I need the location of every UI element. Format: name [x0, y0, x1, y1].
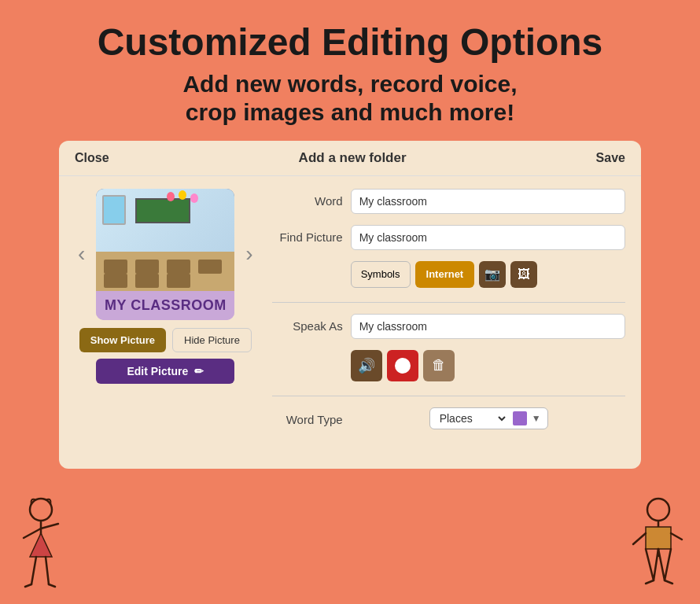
next-arrow-button[interactable]: › [242, 241, 256, 267]
word-input[interactable] [351, 189, 625, 214]
dialog-box: Close Add a new folder Save ‹ [59, 141, 641, 469]
desk-5 [104, 274, 127, 288]
image-panel: ‹ [75, 189, 256, 440]
speak-buttons-row: 🔊 🗑 [351, 350, 625, 381]
desk-3 [167, 260, 190, 274]
desk-1 [104, 260, 127, 274]
image-card-photo [96, 189, 234, 291]
delete-speak-button[interactable]: 🗑 [423, 350, 455, 381]
pencil-icon: ✏ [194, 365, 204, 378]
image-card-label: MY CLASSROOM [96, 291, 234, 320]
word-type-color-swatch [513, 411, 527, 425]
nav-arrows: ‹ [75, 189, 256, 320]
desk-7 [167, 274, 190, 288]
record-speak-button[interactable] [387, 350, 418, 381]
speak-as-row: Speak As [272, 314, 625, 339]
word-type-row: Word Type Places Actions Describing Peop… [272, 407, 625, 429]
picture-type-buttons: Symbols Internet 📷 🖼 [351, 261, 625, 288]
hide-picture-button[interactable]: Hide Picture [172, 328, 252, 352]
symbols-button[interactable]: Symbols [351, 261, 411, 288]
picture-buttons: Show Picture Hide Picture [79, 328, 252, 352]
dialog-body: ‹ [59, 176, 641, 453]
divider-1 [272, 302, 625, 303]
prev-arrow-button[interactable]: ‹ [75, 241, 88, 267]
figure-left [8, 494, 75, 604]
trash-icon: 🗑 [432, 357, 446, 374]
find-picture-input[interactable] [351, 225, 625, 250]
image-icon: 🖼 [518, 267, 530, 282]
find-picture-label: Find Picture [272, 225, 343, 244]
chevron-down-icon: ▼ [532, 413, 541, 424]
speak-as-input[interactable] [351, 314, 625, 339]
show-picture-button[interactable]: Show Picture [79, 328, 166, 352]
word-type-select-container: Places Actions Describing People Things … [429, 407, 548, 429]
save-button[interactable]: Save [596, 151, 625, 165]
divider-2 [272, 396, 625, 396]
page-container: Customized Editing Options Add new words… [0, 0, 700, 604]
find-picture-row: Find Picture [272, 225, 625, 250]
play-speak-button[interactable]: 🔊 [351, 350, 382, 381]
page-title: Customized Editing Options [16, 22, 684, 64]
desk-6 [135, 274, 159, 288]
header-area: Customized Editing Options Add new words… [0, 0, 700, 141]
close-button[interactable]: Close [75, 151, 109, 165]
page-subtitle: Add new words, record voice, crop images… [16, 70, 684, 127]
desk-2 [135, 260, 159, 274]
internet-button[interactable]: Internet [415, 261, 475, 288]
edit-picture-button[interactable]: Edit Picture ✏ [96, 359, 234, 384]
figure-right [625, 494, 692, 604]
camera-button[interactable]: 📷 [479, 261, 506, 288]
word-row: Word [272, 189, 625, 214]
dialog-header: Close Add a new folder Save [59, 141, 641, 176]
window [102, 195, 126, 225]
image-card: MY CLASSROOM [96, 189, 234, 320]
form-panel: Word Find Picture Symbols Internet 📷 [272, 189, 625, 440]
desk-4 [198, 260, 222, 274]
speaker-icon: 🔊 [358, 357, 375, 374]
word-label: Word [272, 189, 343, 208]
word-type-select[interactable]: Places Actions Describing People Things [437, 411, 508, 425]
camera-icon: 📷 [484, 267, 500, 282]
word-type-label: Word Type [272, 407, 343, 426]
record-circle [395, 358, 411, 374]
dialog-title: Add a new folder [299, 150, 407, 166]
svg-point-1 [647, 499, 669, 521]
svg-point-0 [30, 499, 52, 521]
speak-as-label: Speak As [272, 314, 343, 333]
image-button[interactable]: 🖼 [510, 261, 537, 288]
classroom-board [135, 198, 190, 223]
